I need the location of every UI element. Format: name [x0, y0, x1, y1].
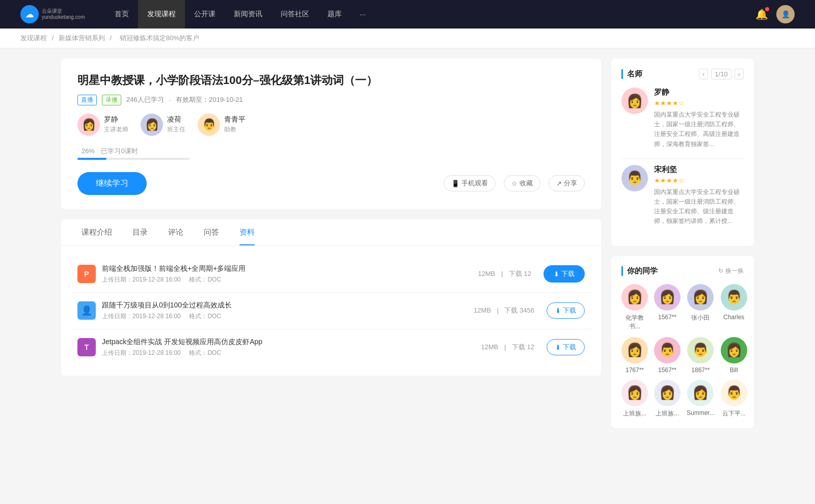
file-meta-1: 上传日期：2019-12-28 16:00 格式：DOC	[102, 275, 476, 284]
course-card: 明星中教授课，小学阶段语法100分–强化级第1讲动词（一） 直播 录播 246人…	[61, 59, 601, 209]
logo[interactable]: ☁ 云朵课堂 yunduoketang.com	[20, 5, 85, 23]
action-buttons: 📱 手机观看 ☆ 收藏 ↗ 分享	[444, 175, 585, 191]
sidebar-teacher-desc-1: 国内某重点大学安全工程专业硕士，国家一级注册消防工程师、注册安全工程师、高级注册…	[654, 110, 744, 149]
sidebar-teachers-header: 名师 ‹ 1/10 ›	[621, 69, 744, 79]
star-icon: ☆	[511, 180, 518, 187]
student-name-2: 1567**	[658, 314, 676, 321]
nav-item-open[interactable]: 公开课	[185, 0, 225, 29]
student-item-6: 👨 1567**	[654, 337, 681, 374]
student-name-8: Bill	[730, 367, 738, 374]
sidebar-teacher-1: 👩 罗静 ★★★★☆ 国内某重点大学安全工程专业硕士，国家一级注册消防工程师、注…	[621, 88, 744, 149]
collect-button[interactable]: ☆ 收藏	[504, 175, 540, 191]
nav-item-discover[interactable]: 发现课程	[138, 0, 185, 29]
nav-item-more[interactable]: ···	[351, 0, 375, 29]
download-button-3[interactable]: ⬇ 下载	[547, 339, 585, 355]
file-meta-2: 上传日期：2019-12-28 16:00 格式：DOC	[102, 312, 472, 321]
nav-item-qa[interactable]: 问答社区	[271, 0, 318, 29]
nav-item-home[interactable]: 首页	[105, 0, 138, 29]
nav-item-news[interactable]: 新闻资讯	[225, 0, 271, 29]
file-icon-user: 👤	[77, 301, 96, 320]
student-item-11: 👩 Summer...	[687, 380, 715, 418]
prev-page-button[interactable]: ‹	[699, 69, 708, 79]
course-title: 明星中教授课，小学阶段语法100分–强化级第1讲动词（一）	[77, 73, 585, 89]
logo-text: 云朵课堂 yunduoketang.com	[42, 8, 85, 20]
nav-items: 首页 发现课程 公开课 新闻资讯 问答社区 题库 ···	[105, 0, 755, 29]
sidebar-teacher-info-1: 罗静 ★★★★☆ 国内某重点大学安全工程专业硕士，国家一级注册消防工程师、注册安…	[654, 88, 744, 149]
student-item-8: 👩 Bill	[721, 337, 747, 374]
student-item-4: 👨 Charles	[721, 284, 747, 331]
tab-intro[interactable]: 课程介绍	[71, 219, 122, 245]
teacher-avatar-1: 👩	[77, 114, 100, 136]
share-button[interactable]: ↗ 分享	[549, 175, 585, 191]
student-item-1: 👩 化学教书...	[621, 284, 648, 331]
file-info-1: 前端全栈加强版！前端全栈+全周期+多端应用 上传日期：2019-12-28 16…	[102, 264, 476, 284]
breadcrumb-item-1[interactable]: 发现课程	[20, 34, 47, 42]
user-avatar[interactable]: 👤	[776, 5, 795, 23]
tab-qa[interactable]: 问答	[194, 219, 229, 245]
breadcrumb-item-2[interactable]: 新媒体营销系列	[59, 34, 105, 42]
breadcrumb-item-3: 销冠修炼术搞定80%的客户	[120, 34, 199, 42]
student-name-5: 1767**	[626, 367, 644, 374]
student-name-9: 上班族...	[623, 409, 646, 418]
progress-bar-bg	[77, 158, 189, 160]
mobile-view-button[interactable]: 📱 手机观看	[444, 175, 496, 191]
share-icon: ↗	[556, 180, 562, 187]
page-indicator: 1/10	[711, 69, 731, 79]
file-item-1: P 前端全栈加强版！前端全栈+全周期+多端应用 上传日期：2019-12-28 …	[71, 256, 591, 293]
student-avatar-11: 👩	[687, 380, 714, 406]
file-info-2: 跟随千万级项目从0到100全过程高效成长 上传日期：2019-12-28 16:…	[102, 301, 472, 321]
students-grid: 👩 化学教书... 👩 1567** 👩 张小田 👨 Charles	[621, 284, 744, 418]
continue-learning-button[interactable]: 继续学习	[77, 172, 147, 195]
download-button-1[interactable]: ⬇ 下载	[544, 265, 585, 283]
sidebar: 名师 ‹ 1/10 › 👩 罗静 ★★★★☆ 国内某重点大学安全工程专业硕士，国…	[611, 59, 754, 438]
student-avatar-5: 👩	[621, 337, 648, 363]
tab-materials[interactable]: 资料	[229, 219, 265, 245]
teacher-info-3: 青青平 助教	[224, 115, 246, 134]
teacher-avatar-2: 👩	[141, 114, 163, 136]
download-button-2[interactable]: ⬇ 下载	[547, 302, 585, 319]
tab-catalog[interactable]: 目录	[122, 219, 158, 245]
divider-1	[621, 158, 744, 159]
student-name-7: 1867**	[691, 367, 710, 374]
sidebar-teacher-2: 👨 宋利坚 ★★★★☆ 国内某重点大学安全工程专业硕士，国家一级注册消防工程师、…	[621, 165, 744, 227]
student-item-7: 👨 1867**	[687, 337, 715, 374]
download-icon-1: ⬇	[554, 270, 559, 278]
student-item-10: 👩 上班族...	[654, 380, 681, 418]
notification-dot	[765, 7, 769, 11]
sidebar-pagination: ‹ 1/10 ›	[699, 69, 744, 79]
student-avatar-4: 👨	[721, 284, 747, 311]
file-icon-p: P	[77, 265, 96, 283]
sidebar-teacher-name-1: 罗静	[654, 88, 744, 97]
tabs-header: 课程介绍 目录 评论 问答 资料	[61, 219, 601, 246]
file-stats-1: 12MB | 下载 12	[476, 269, 533, 278]
nav-item-questions[interactable]: 题库	[318, 0, 351, 29]
student-avatar-9: 👩	[621, 380, 648, 406]
student-avatar-3: 👩	[687, 284, 714, 311]
sidebar-students-title: 你的同学	[621, 266, 658, 276]
student-name-10: 上班族...	[656, 409, 679, 418]
tag-live: 直播	[77, 95, 97, 105]
progress-section: 26% 已学习0课时	[77, 146, 585, 160]
student-name-4: Charles	[723, 314, 744, 321]
tabs-content: P 前端全栈加强版！前端全栈+全周期+多端应用 上传日期：2019-12-28 …	[61, 246, 601, 376]
teacher-item-2: 👩 凌荷 班主任	[141, 114, 185, 136]
student-avatar-8: 👩	[721, 337, 747, 363]
refresh-students-button[interactable]: ↻ 换一换	[718, 267, 744, 275]
bell-icon[interactable]: 🔔	[755, 8, 768, 20]
sidebar-teacher-stars-2: ★★★★☆	[654, 177, 744, 184]
breadcrumb: 发现课程 / 新媒体营销系列 / 销冠修炼术搞定80%的客户	[0, 29, 815, 48]
sidebar-students-card: 你的同学 ↻ 换一换 👩 化学教书... 👩 1567** 👩	[611, 256, 754, 428]
student-item-5: 👩 1767**	[621, 337, 648, 374]
file-stats-3: 12MB | 下载 12	[479, 343, 536, 352]
student-avatar-2: 👩	[654, 284, 681, 311]
main-content: 明星中教授课，小学阶段语法100分–强化级第1讲动词（一） 直播 录播 246人…	[61, 59, 601, 438]
tab-review[interactable]: 评论	[158, 219, 194, 245]
teacher-item-1: 👩 罗静 主讲老师	[77, 114, 128, 136]
student-avatar-7: 👨	[687, 337, 714, 363]
teacher-avatar-3: 👨	[198, 114, 220, 136]
file-stats-2: 12MB | 下载 3456	[472, 306, 536, 315]
next-page-button[interactable]: ›	[735, 69, 744, 79]
student-name-1: 化学教书...	[621, 314, 648, 331]
teacher-info-1: 罗静 主讲老师	[104, 115, 128, 134]
teachers-list: 👩 罗静 主讲老师 👩 凌荷 班主任	[77, 114, 585, 136]
